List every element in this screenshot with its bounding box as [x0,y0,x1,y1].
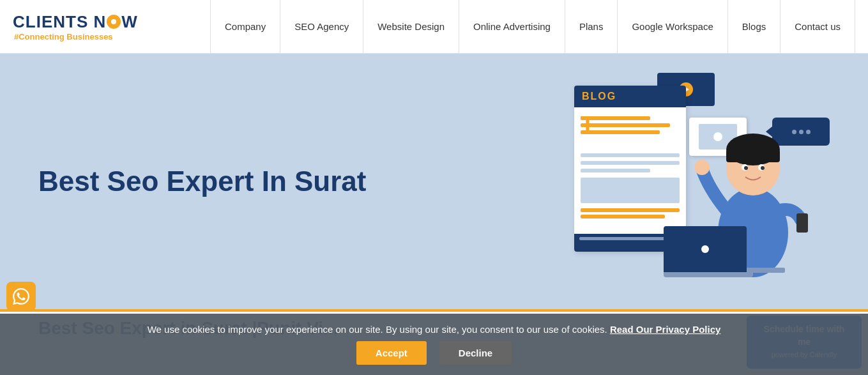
cookie-message: We use cookies to improve your experienc… [148,324,607,335]
laptop [664,226,753,284]
whatsapp-icon [13,288,29,305]
accept-button[interactable]: Accept [356,341,427,345]
blog-line-gray-1 [581,153,680,157]
logo-text: CLIENTS NW [13,12,179,32]
hero-title: Best Seo Expert In Surat [38,165,370,199]
laptop-base [664,272,753,277]
cookie-banner: We use cookies to improve your experienc… [0,314,868,345]
whatsapp-button[interactable] [6,282,36,311]
cookie-text: We use cookies to improve your experienc… [148,324,721,335]
logo-tagline: #Connecting Businesses [13,32,179,42]
blog-card-letter: T [581,114,595,137]
nav-google-workspace[interactable]: Google Workspace [617,0,727,54]
svg-rect-9 [796,213,808,233]
logo-area: CLIENTS NW #Connecting Businesses [13,12,179,42]
nav-contact-us[interactable]: Contact us [780,0,855,54]
svg-rect-3 [726,149,780,162]
nav-blogs[interactable]: Blogs [727,0,780,54]
hero-text-area: Best Seo Expert In Surat [38,165,830,199]
blog-line-4 [581,208,680,212]
nav-plans[interactable]: Plans [565,0,618,54]
nav-seo-agency[interactable]: SEO Agency [280,0,363,54]
main-nav: Company SEO Agency Website Design Online… [179,0,855,54]
logo-o-circle [107,15,121,29]
nav-company[interactable]: Company [210,0,280,54]
nav-website-design[interactable]: Website Design [363,0,459,54]
cookie-buttons: Accept Decline [356,341,512,345]
blog-card-header: BLOG [574,86,686,107]
decline-button[interactable]: Decline [439,341,512,345]
blog-line-5 [581,215,665,218]
laptop-screen [664,226,747,272]
logo-o-inner [111,19,116,24]
nav-online-advertising[interactable]: Online Advertising [459,0,565,54]
hero-section: Best Seo Expert In Surat BLOG T [0,54,868,309]
header: CLIENTS NW #Connecting Businesses Compan… [0,0,868,54]
laptop-dot [701,245,709,253]
privacy-link[interactable]: Read Our Privacy Policy [610,324,720,335]
blog-card-lines [581,114,680,134]
